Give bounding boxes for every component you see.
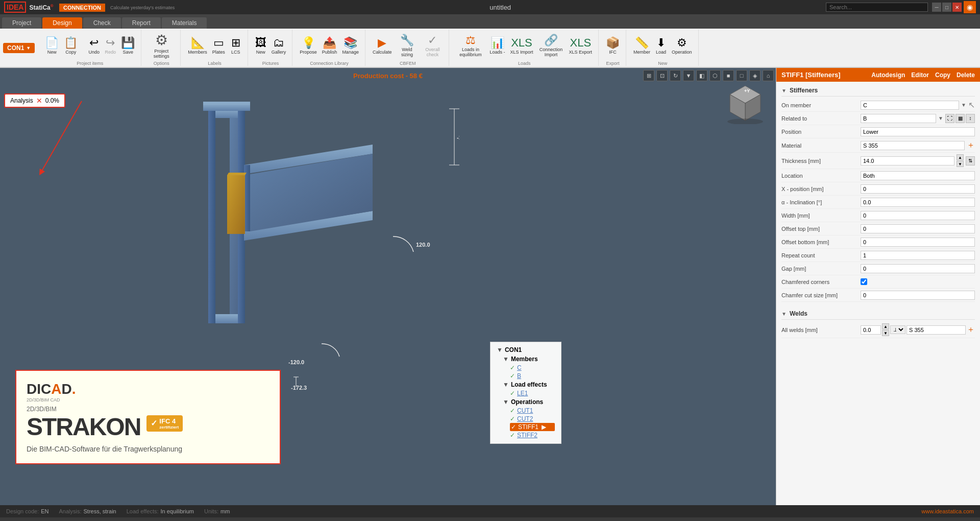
tree-item-LE1[interactable]: ✓ LE1 — [510, 389, 555, 397]
ribbon-operation-button[interactable]: ⚙ Operation — [670, 35, 694, 56]
tab-check[interactable]: Check — [83, 17, 121, 29]
ribbon: CON1 ▼ 📄 New 📋 Copy ↩ Undo — [0, 29, 980, 68]
ribbon-plates-button[interactable]: ▭ Plates — [210, 35, 227, 56]
app-subtitle: Calculate yesterday's estimates — [110, 5, 175, 10]
ribbon-xls-export-button[interactable]: XLS XLS Export — [567, 35, 595, 56]
vt-home-button[interactable]: ⌂ — [763, 70, 774, 81]
ribbon-load-button[interactable]: ⬇ Load — [653, 35, 669, 56]
ribbon-propose-button[interactable]: 💡 Propose — [298, 35, 319, 56]
tree-members-label: Members — [511, 356, 538, 363]
vt-grid-button[interactable]: ⊞ — [643, 70, 654, 81]
ribbon-manage-button[interactable]: 📚 Manage — [340, 35, 361, 56]
tab-report[interactable]: Report — [122, 17, 161, 29]
cube-navigator[interactable]: +Y — [725, 83, 766, 124]
prop-checkbox-chamfered[interactable] — [861, 278, 867, 285]
ribbon-calculate-button[interactable]: ▶ Calculate — [371, 35, 394, 56]
prop-input-thickness[interactable] — [861, 156, 954, 165]
ribbon-copy-button[interactable]: 📋 Copy — [62, 35, 80, 56]
prop-input-all-welds[interactable] — [861, 325, 881, 335]
prop-dropdown-on-member[interactable]: C — [861, 101, 959, 110]
ribbon-project-settings-button[interactable]: ⚙ Project settings — [146, 31, 176, 60]
prop-input-x-position[interactable] — [861, 184, 975, 194]
ribbon-weld-sizing-button[interactable]: 🔧 Weld sizing — [395, 33, 419, 58]
ribbon-member-button[interactable]: 📏 Member — [631, 35, 652, 56]
thickness-spin-up[interactable]: ▲ — [957, 154, 964, 160]
section-arrow-welds: ▼ — [781, 311, 787, 317]
ribbon-group-options: ⚙ Project settings Options — [142, 30, 181, 66]
welds-spin-down[interactable]: ▼ — [882, 330, 889, 336]
cursor-icon-on-member[interactable]: ↖ — [968, 100, 975, 110]
vt-rotate-button[interactable]: ↻ — [670, 70, 681, 81]
tab-design[interactable]: Design — [42, 17, 82, 29]
section-header-stiffeners[interactable]: ▼ Stiffeners — [781, 85, 975, 97]
ribbon-members-button[interactable]: 📐 Members — [186, 35, 209, 56]
prop-input-repeat-count[interactable] — [861, 251, 975, 260]
vt-wire-button[interactable]: □ — [736, 70, 747, 81]
panel-delete-button[interactable]: Delete — [957, 72, 975, 79]
tree-item-CUT1[interactable]: ✓ CUT1 — [510, 407, 555, 415]
vt-dropdown-button[interactable]: ▼ — [683, 70, 694, 81]
ribbon-save-button[interactable]: 💾 Save — [119, 35, 137, 56]
ribbon-loads-percentage-button[interactable]: 📊 Loads - — [487, 35, 507, 56]
ribbon-lcs-button[interactable]: ⊞ LCS — [228, 35, 243, 56]
tree-item-C[interactable]: ✓ C — [510, 364, 555, 372]
prop-input-gap[interactable] — [861, 264, 975, 273]
ribbon-redo-button[interactable]: ↪ Redo — [103, 35, 118, 56]
prop-input-offset-bottom[interactable] — [861, 238, 975, 247]
ribbon-group-label-options: Options — [146, 60, 176, 66]
ribbon-xls-import-button[interactable]: XLS XLS Import — [508, 35, 535, 56]
welds-spin-up[interactable]: ▲ — [882, 323, 889, 329]
ribbon-loads-equilibrium-button[interactable]: ⚖ Loads in equilibrium — [454, 33, 486, 58]
prop-dropdown-location[interactable]: Both — [861, 171, 975, 180]
prop-input-chamfer-cut-size[interactable] — [861, 291, 975, 300]
material-add-button[interactable]: ＋ — [967, 140, 975, 151]
ribbon-undo-button[interactable]: ↩ Undo — [86, 35, 102, 56]
thickness-icon1[interactable]: ⇅ — [966, 156, 975, 165]
ribbon-group-labels: 📐 Members ▭ Plates ⊞ LCS Labels — [182, 30, 248, 66]
status-bar: Design code: EN Analysis: Stress, strain… — [0, 505, 980, 517]
prop-input-offset-top[interactable] — [861, 224, 975, 233]
tab-materials[interactable]: Materials — [162, 17, 207, 29]
maximize-button[interactable]: □ — [942, 3, 951, 12]
ribbon-publish-button[interactable]: 📤 Publish — [320, 35, 339, 56]
autodesign-button[interactable]: Autodesign — [871, 72, 905, 79]
prop-dropdown-material[interactable]: S 355 — [861, 141, 965, 150]
vt-view-button[interactable]: ◧ — [696, 70, 707, 81]
search-input[interactable] — [826, 3, 928, 12]
viewport[interactable]: ⊞ ⊡ ↻ ▼ ◧ ⬡ ■ □ ◈ ⌂ Production cost - 58… — [0, 68, 776, 505]
tree-item-B[interactable]: ✓ B — [510, 372, 555, 380]
close-button[interactable]: ✕ — [952, 3, 962, 12]
related-to-icon3[interactable]: ↕ — [966, 114, 975, 123]
prop-dropdown-position[interactable]: Lower — [861, 127, 975, 136]
weld-type-dropdown[interactable]: ⊥ — [890, 325, 905, 334]
related-to-icon1[interactable]: ⛶ — [945, 114, 954, 123]
thickness-spin-down[interactable]: ▼ — [957, 161, 964, 167]
ribbon-ifc-button[interactable]: 📦 IFC — [604, 35, 622, 56]
prop-dropdown-related-to[interactable]: B — [861, 114, 936, 123]
tree-item-STIFF2[interactable]: ✓ STIFF2 — [510, 431, 555, 439]
ribbon-conn-import-button[interactable]: 🔗 Connection Import — [536, 33, 566, 58]
vt-solid-button[interactable]: ■ — [723, 70, 734, 81]
tree-item-CUT2[interactable]: ✓ CUT2 — [510, 415, 555, 423]
section-header-welds[interactable]: ▼ Welds — [781, 308, 975, 320]
related-to-icon2[interactable]: ▦ — [955, 114, 965, 123]
ribbon-new-pic-button[interactable]: 🖼 New — [253, 35, 268, 56]
welds-add-button[interactable]: ＋ — [967, 324, 975, 335]
weld-material-dropdown[interactable]: S 355 — [906, 325, 966, 335]
minimize-button[interactable]: ─ — [932, 3, 941, 12]
ad-strakon: STRAKON — [27, 413, 140, 441]
vt-fit-button[interactable]: ⊡ — [656, 70, 668, 81]
prop-input-width[interactable] — [861, 211, 975, 220]
editor-button[interactable]: Editor — [911, 72, 929, 79]
prop-input-inclination[interactable] — [861, 198, 975, 207]
con1-dropdown[interactable]: CON1 ▼ — [3, 43, 35, 53]
dropdown-arrow-on-member: ▼ — [961, 102, 966, 108]
ribbon-new-button[interactable]: 📄 New — [43, 35, 61, 56]
vt-extra-button[interactable]: ◈ — [749, 70, 761, 81]
ribbon-overall-check-button[interactable]: ✓ Overall check — [420, 33, 445, 58]
tree-item-STIFF1[interactable]: ✓ STIFF1 ▶ — [510, 423, 555, 431]
tab-project[interactable]: Project — [2, 17, 41, 29]
ribbon-gallery-button[interactable]: 🗂 Gallery — [270, 35, 288, 56]
panel-copy-button[interactable]: Copy — [935, 72, 950, 79]
vt-persp-button[interactable]: ⬡ — [709, 70, 721, 81]
